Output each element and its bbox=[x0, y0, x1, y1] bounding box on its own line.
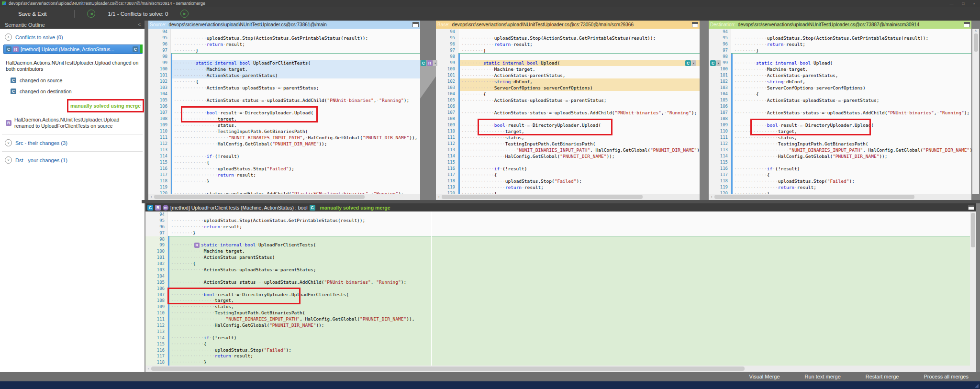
line-number: 118 bbox=[148, 178, 171, 184]
sidebar-splitter[interactable] bbox=[145, 21, 148, 200]
code-line: 104········{ bbox=[436, 91, 700, 97]
source-panel-header: Source: devops\src\server\actions\upload… bbox=[148, 21, 420, 29]
line-number: 108 bbox=[148, 116, 171, 122]
code-line: 105············ActionStatus·uploadStatus… bbox=[436, 97, 700, 103]
code-line: 97········} bbox=[145, 230, 976, 236]
scroll-left-icon[interactable]: ‹ bbox=[148, 195, 154, 199]
chevron-down-icon[interactable]: ▾ bbox=[433, 60, 437, 66]
code-line: 109················status, bbox=[148, 122, 420, 128]
sidebar-divider bbox=[2, 151, 143, 152]
line-number: 105 bbox=[148, 97, 171, 103]
code-line: 95············uploadStatus.Stop(ActionSt… bbox=[145, 218, 976, 224]
line-number: 98 bbox=[145, 236, 168, 243]
line-number: 94 bbox=[145, 211, 168, 218]
merged-vertical-scrollbar[interactable] bbox=[970, 211, 976, 366]
scroll-left-icon[interactable]: ‹ bbox=[145, 367, 151, 371]
chevron-down-icon[interactable]: ▾ bbox=[716, 60, 721, 66]
destination-vertical-scrollbar[interactable]: ∧ bbox=[972, 29, 979, 194]
scrollbar-thumb[interactable] bbox=[154, 195, 365, 199]
maximize-icon[interactable]: □ bbox=[962, 1, 964, 6]
scrollbar-thumb[interactable] bbox=[714, 195, 914, 199]
changed-badge: C bbox=[421, 60, 426, 66]
base-panel-header: Base: devops\src\server\actions\upload\N… bbox=[436, 21, 700, 29]
dst-changes-section-row[interactable]: ∨ Dst - your changes (1) bbox=[5, 156, 145, 164]
line-number: 102 bbox=[148, 78, 171, 85]
scrollbar-thumb[interactable] bbox=[974, 33, 978, 52]
maximize-panel-icon[interactable] bbox=[692, 22, 698, 27]
destination-horizontal-scrollbar[interactable]: ‹ bbox=[709, 194, 971, 200]
code-line: 110················TestingInputPath.GetB… bbox=[148, 128, 420, 134]
run-text-merge-button[interactable]: Run text merge bbox=[805, 374, 841, 379]
save-exit-button[interactable]: Save & Exit bbox=[18, 11, 46, 17]
scroll-left-icon[interactable]: ‹ bbox=[709, 195, 714, 199]
semantic-outline-header: Semantic Outline < bbox=[0, 21, 145, 29]
changed-badge: C bbox=[11, 78, 16, 83]
solved-note-text: manually solved using merge bbox=[70, 103, 141, 109]
next-conflict-button[interactable]: ▶ bbox=[180, 10, 189, 18]
base-code-view[interactable]: 9495············uploadStatus.Stop(Action… bbox=[436, 29, 700, 194]
scroll-left-icon[interactable]: ‹ bbox=[436, 195, 442, 199]
selected-conflict-item[interactable]: C R [method] Upload (Machine, ActionStat… bbox=[3, 44, 143, 54]
line-number: 100 bbox=[148, 66, 171, 72]
resize-grip-icon[interactable]: ◢ bbox=[975, 383, 979, 388]
maximize-panel-icon[interactable] bbox=[968, 205, 974, 210]
scrollbar-thumb[interactable] bbox=[442, 195, 643, 199]
code-line: 106 bbox=[709, 103, 971, 110]
restart-merge-button[interactable]: Restart merge bbox=[866, 374, 899, 379]
line-number: 120 bbox=[148, 190, 171, 194]
code-line: 99········static·internal·bool·UploadFor… bbox=[148, 60, 420, 66]
code-line: 95············uploadStatus.Stop(ActionSt… bbox=[436, 35, 700, 41]
base-horizontal-scrollbar[interactable]: ‹ bbox=[436, 194, 700, 200]
line-number: 99 bbox=[148, 60, 171, 66]
line-number: 103 bbox=[145, 267, 168, 273]
previous-conflict-button[interactable]: ◀ bbox=[87, 10, 95, 18]
chevron-down-icon: ∨ bbox=[5, 139, 12, 146]
conflict-counter: 1/1 - Conflicts to solve: 0 bbox=[108, 11, 168, 17]
src-changes-section-row[interactable]: ∨ Src - their changes (3) bbox=[5, 139, 145, 146]
line-number: 119 bbox=[436, 184, 458, 190]
maximize-panel-icon[interactable] bbox=[964, 22, 970, 27]
code-line: 119 bbox=[148, 184, 420, 190]
scrollbar-thumb[interactable] bbox=[151, 367, 745, 371]
line-number: 97 bbox=[436, 47, 458, 54]
line-number: 96 bbox=[709, 41, 731, 47]
scroll-up-icon[interactable]: ∧ bbox=[974, 29, 977, 33]
process-all-merges-button[interactable]: Process all merges bbox=[924, 374, 969, 379]
code-line: 107············ActionStatus·status·=·upl… bbox=[709, 110, 971, 116]
base-right-change-badges[interactable]: C ▾ bbox=[685, 60, 696, 66]
line-number: 94 bbox=[436, 29, 458, 35]
code-line: 114················HalConfig.GetGlobal("… bbox=[709, 153, 971, 159]
merged-horizontal-scrollbar[interactable]: ‹ bbox=[145, 366, 976, 372]
changed-on-source-row[interactable]: C changed on source bbox=[11, 78, 145, 83]
merge-region-connector bbox=[420, 60, 436, 99]
merged-panel-header: C R m [method] UploadForClientTests (Mac… bbox=[145, 203, 976, 211]
code-line: 103············ActionStatus·uploadStatus… bbox=[148, 85, 420, 91]
line-number: 107 bbox=[145, 292, 168, 298]
base-left-change-badges[interactable]: C R ▾ bbox=[421, 60, 437, 66]
code-line: 104 bbox=[148, 91, 420, 97]
source-label: Source: bbox=[150, 22, 166, 27]
minimize-icon[interactable]: — bbox=[949, 1, 953, 6]
renamed-info-row[interactable]: R HalDaemon.Actions.NUnitTestUploader.Up… bbox=[6, 117, 140, 129]
code-line: 96············return·result; bbox=[709, 41, 971, 47]
maximize-panel-icon[interactable] bbox=[412, 22, 419, 27]
code-line: 94 bbox=[436, 29, 700, 35]
source-horizontal-scrollbar[interactable]: ‹ bbox=[148, 194, 420, 200]
line-number: 114 bbox=[436, 153, 458, 159]
visual-merge-button[interactable]: Visual Merge bbox=[749, 374, 780, 379]
changed-on-destination-row[interactable]: C changed on destination bbox=[11, 89, 145, 94]
src-changes-label: Src - their changes (3) bbox=[15, 140, 67, 146]
code-line: 113····················"NUNIT_BINARIES_I… bbox=[436, 147, 700, 153]
code-line: 119················return·result; bbox=[709, 184, 971, 190]
destination-code-view[interactable]: 9495············uploadStatus.Stop(Action… bbox=[709, 29, 971, 194]
scrollbar-thumb[interactable] bbox=[971, 213, 975, 247]
close-icon[interactable]: × bbox=[973, 1, 975, 6]
line-number: 103 bbox=[709, 85, 731, 91]
code-line: 105············ActionStatus·uploadStatus… bbox=[709, 97, 971, 103]
conflicts-section-row[interactable]: ∧ Conflicts to solve (0) bbox=[5, 33, 145, 41]
chevron-down-icon[interactable]: ▾ bbox=[691, 60, 696, 66]
destination-left-change-badges[interactable]: C ▾ bbox=[710, 60, 721, 66]
collapse-sidebar-icon[interactable]: < bbox=[138, 22, 141, 27]
destination-label: Destination: bbox=[710, 22, 735, 27]
code-line: 116············if·(!result) bbox=[436, 166, 700, 172]
